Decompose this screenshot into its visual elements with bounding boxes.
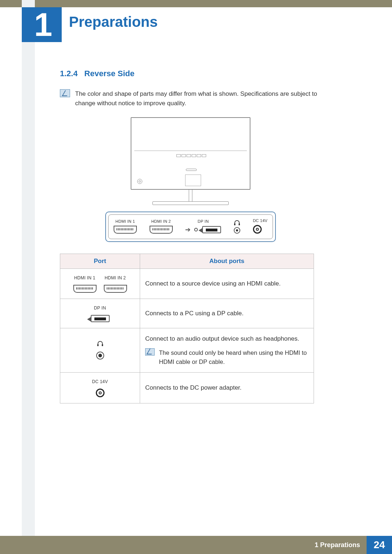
section-number: 1.2.4 xyxy=(60,69,78,78)
port-dc: DC 14V xyxy=(253,218,268,234)
table-header-about: About ports xyxy=(140,254,314,268)
dp-port-icon xyxy=(91,315,110,322)
table-row: HDMI IN 1 HDMI IN 2 Connect to a source … xyxy=(60,268,314,299)
cell-desc-hp: Connect to an audio output device such a… xyxy=(145,334,309,344)
port-headphone xyxy=(234,220,240,234)
cell-label-dc: DC 14V xyxy=(92,378,108,385)
port-label-dp: DP IN xyxy=(185,219,221,223)
note-block: The color and shape of parts may differ … xyxy=(60,89,321,108)
headphone-icon xyxy=(234,220,240,226)
port-label-hdmi1: HDMI IN 1 xyxy=(114,219,137,223)
table-row: DP IN Connects to a PC using a DP cable. xyxy=(60,299,314,328)
audio-jack-icon xyxy=(96,352,104,360)
hdmi-port-icon xyxy=(104,285,127,293)
section-body: 1.2.4 Reverse Side The color and shape o… xyxy=(60,69,321,403)
chapter-number-badge: 1 xyxy=(22,7,62,42)
svg-rect-3 xyxy=(102,344,103,346)
diagram-area: HDMI IN 1 HDMI IN 2 DP IN ➔ xyxy=(105,117,276,242)
table-header-port: Port xyxy=(60,254,140,268)
cell-label-dp: DP IN xyxy=(94,305,106,311)
dot-icon xyxy=(194,228,198,231)
port-label-hdmi2: HDMI IN 2 xyxy=(150,219,173,223)
footer: 1 Preparations 24 xyxy=(0,536,392,554)
dp-port-icon xyxy=(202,226,221,233)
inline-note-text: The sound could only be heard when using… xyxy=(159,348,309,366)
headphone-icon xyxy=(97,341,103,346)
chapter-title: Preparations xyxy=(69,14,158,30)
port-panel: HDMI IN 1 HDMI IN 2 DP IN ➔ xyxy=(105,212,276,242)
cell-label-hdmi1: HDMI IN 1 xyxy=(74,275,95,281)
note-text: The color and shape of parts may differ … xyxy=(75,89,321,108)
arrow-icon: ➔ xyxy=(185,226,191,234)
table-row: DC 14V Connects to the DC power adapter. xyxy=(60,372,314,403)
footer-page-number: 24 xyxy=(367,536,392,554)
monitor-neck xyxy=(189,190,192,201)
table-row: Connect to an audio output device such a… xyxy=(60,328,314,372)
footer-chapter-label: 1 Preparations xyxy=(315,541,367,549)
monitor-base xyxy=(152,201,229,205)
hdmi-port-icon xyxy=(150,226,173,234)
port-hdmi1: HDMI IN 1 xyxy=(114,219,137,234)
monitor-back-diagram xyxy=(131,117,250,190)
port-hdmi2: HDMI IN 2 xyxy=(150,219,173,234)
hdmi-port-icon xyxy=(73,285,97,293)
cell-desc-hdmi: Connect to a source device using an HDMI… xyxy=(140,268,314,299)
note-icon xyxy=(60,89,70,97)
audio-jack-icon xyxy=(234,227,240,234)
cell-desc-dp: Connects to a PC using a DP cable. xyxy=(140,299,314,328)
dc-jack-icon xyxy=(253,225,262,234)
port-label-dc: DC 14V xyxy=(253,218,268,223)
port-dp: DP IN ➔ xyxy=(185,219,221,234)
inline-note: The sound could only be heard when using… xyxy=(145,348,309,366)
svg-rect-1 xyxy=(238,223,240,225)
svg-rect-0 xyxy=(234,223,236,225)
top-bar xyxy=(0,0,392,7)
side-bar xyxy=(22,0,35,554)
section-title: Reverse Side xyxy=(84,69,134,78)
port-table: Port About ports HDMI IN 1 HDMI IN 2 xyxy=(60,254,314,403)
dc-jack-icon xyxy=(96,389,105,397)
note-icon xyxy=(145,348,155,356)
section-heading: 1.2.4 Reverse Side xyxy=(60,69,321,78)
cell-desc-dc: Connects to the DC power adapter. xyxy=(140,372,314,403)
cell-label-hdmi2: HDMI IN 2 xyxy=(105,275,126,281)
svg-rect-2 xyxy=(97,344,99,346)
hdmi-port-icon xyxy=(114,226,137,234)
